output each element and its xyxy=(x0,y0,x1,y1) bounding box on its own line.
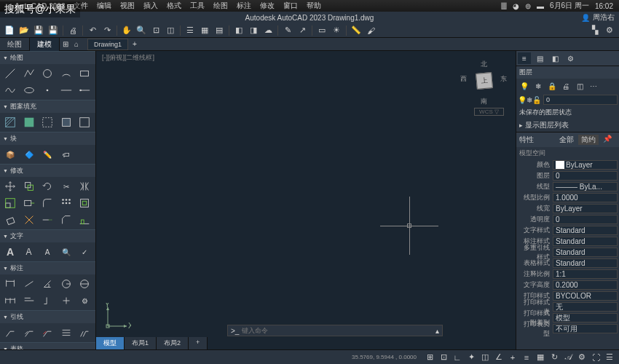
grid-icon[interactable]: ⊞ xyxy=(60,40,71,48)
layer-plot-icon[interactable]: 🖨 xyxy=(559,80,572,92)
open-icon[interactable]: 📂 xyxy=(17,25,31,36)
prop-value[interactable]: ——— ByLa... xyxy=(553,182,618,191)
align-icon[interactable] xyxy=(76,212,93,228)
menu-edit[interactable]: 编辑 xyxy=(97,1,111,11)
props-tab-brief[interactable]: 简约 xyxy=(578,135,599,145)
mleader-icon[interactable] xyxy=(1,325,19,341)
cube-north[interactable]: 北 xyxy=(481,60,487,69)
dim-style-icon[interactable]: ⚙ xyxy=(76,293,93,309)
prop-row-15[interactable]: 打印表类型不可用 xyxy=(516,323,619,334)
ucs-icon[interactable]: X Y xyxy=(102,303,131,333)
layer-state[interactable]: 未保存的图层状态 xyxy=(516,106,619,119)
palette-layers-icon[interactable]: ≡ xyxy=(518,52,531,64)
render-icon[interactable]: ☀ xyxy=(330,25,343,36)
prop-row-1[interactable]: 图层0 xyxy=(516,170,619,181)
redo-icon[interactable]: ↷ xyxy=(100,25,114,36)
plot-icon[interactable]: 🖨 xyxy=(66,25,79,36)
prop-value[interactable]: 无 xyxy=(553,302,618,312)
wechat-icon[interactable]: ◕ xyxy=(513,2,519,10)
leader-remove-icon[interactable] xyxy=(39,325,56,341)
prop-row-8[interactable]: 多重引线样式Standard xyxy=(516,247,619,258)
section-hatch[interactable]: 图案填充 xyxy=(0,100,95,113)
erase-icon[interactable] xyxy=(1,212,19,228)
dim-radius-icon[interactable] xyxy=(58,276,75,292)
spline-icon[interactable] xyxy=(1,82,19,98)
boundary-icon[interactable] xyxy=(39,114,56,130)
cloud-icon[interactable]: ☁ xyxy=(261,25,275,36)
dim-center-icon[interactable] xyxy=(58,293,75,309)
save-icon[interactable]: 💾 xyxy=(32,25,45,36)
design-center-icon[interactable]: ▦ xyxy=(198,25,211,36)
menu-modify[interactable]: 修改 xyxy=(260,1,275,11)
hatch-icon[interactable] xyxy=(1,114,19,130)
menu-view[interactable]: 视图 xyxy=(120,1,135,11)
prop-value[interactable]: 0 xyxy=(553,215,618,224)
prop-value[interactable]: 0.2000 xyxy=(553,280,618,290)
coordinates[interactable]: 35.5769, 9.5944 , 0.0000 xyxy=(352,354,417,360)
show-layer-list[interactable]: ▸ 显示图层列表 xyxy=(516,119,619,132)
text-icon[interactable]: A xyxy=(20,244,38,260)
zoom-window-icon[interactable]: ◫ xyxy=(164,25,177,36)
prop-row-10[interactable]: 注释比例1:1 xyxy=(516,269,619,280)
dim-continue-icon[interactable] xyxy=(1,293,19,309)
cube-east[interactable]: 东 xyxy=(500,74,507,84)
prop-value[interactable]: 0 xyxy=(553,171,618,181)
prop-row-0[interactable]: 颜色ByLayer xyxy=(516,159,619,170)
polyline-icon[interactable] xyxy=(20,66,38,82)
prop-value[interactable]: ByLayer xyxy=(553,204,618,213)
user-name[interactable]: 周浩右 xyxy=(593,12,615,23)
view-cube[interactable]: 北 南 东 西 上 xyxy=(462,58,505,102)
palette-blocks-icon[interactable]: ◧ xyxy=(548,52,561,64)
block-icon[interactable]: ◧ xyxy=(232,25,245,36)
dim-aligned-icon[interactable] xyxy=(20,276,38,292)
wcs-label[interactable]: WCS ▽ xyxy=(474,108,504,116)
layout-icon[interactable]: ▭ xyxy=(315,25,328,36)
explode-icon[interactable] xyxy=(20,212,38,228)
time-label[interactable]: 16:02 xyxy=(595,2,613,10)
prop-value[interactable]: Standard xyxy=(553,237,618,246)
ray-icon[interactable] xyxy=(76,82,93,98)
menu-help[interactable]: 帮助 xyxy=(307,1,321,11)
lineweight-toggle-icon[interactable]: ≡ xyxy=(520,352,533,363)
tab-modelspace[interactable]: 模型 xyxy=(96,337,125,349)
section-text[interactable]: 文字 xyxy=(0,230,95,242)
tab-model[interactable]: 建模 xyxy=(30,38,60,51)
section-table[interactable]: 表格 xyxy=(0,343,95,349)
prop-value[interactable]: 1:1 xyxy=(553,269,618,279)
prop-value[interactable]: BYCOLOR xyxy=(553,291,618,301)
mtext-icon[interactable]: A xyxy=(1,244,19,260)
prop-row-11[interactable]: 文字高度0.2000 xyxy=(516,280,619,290)
menu-format[interactable]: 格式 xyxy=(167,1,181,11)
new-icon[interactable]: 📄 xyxy=(3,25,16,36)
offset-icon[interactable] xyxy=(76,195,93,211)
prop-row-4[interactable]: 线宽ByLayer xyxy=(516,203,619,214)
scale-icon[interactable] xyxy=(1,195,19,211)
view-label[interactable]: [-][俯视][二维线框] xyxy=(102,53,154,63)
wifi-icon[interactable]: ⊚ xyxy=(525,2,531,10)
prop-row-2[interactable]: 线型——— ByLa... xyxy=(516,181,619,192)
prop-value[interactable]: Standard xyxy=(553,226,618,235)
section-dimension[interactable]: 标注 xyxy=(0,262,95,274)
edit-block-icon[interactable]: ✏️ xyxy=(39,146,56,162)
section-modify[interactable]: 修改 xyxy=(0,165,95,177)
arc-icon[interactable] xyxy=(58,66,75,82)
dim-ordinate-icon[interactable] xyxy=(39,293,56,309)
attribute-icon[interactable]: 🏷 xyxy=(58,146,75,162)
dim-baseline-icon[interactable] xyxy=(20,293,38,309)
line-icon[interactable] xyxy=(1,66,19,82)
dyn-toggle-icon[interactable]: + xyxy=(506,352,519,363)
extend-icon[interactable] xyxy=(39,212,56,228)
ortho-toggle-icon[interactable]: ∟ xyxy=(451,352,464,363)
input-icon[interactable]: 🀫 xyxy=(501,1,507,10)
leader-collect-icon[interactable] xyxy=(76,325,93,341)
current-layer-select[interactable]: 0 xyxy=(543,95,618,105)
measure-icon[interactable]: 📏 xyxy=(350,25,363,36)
views-icon[interactable]: ▚ xyxy=(588,25,602,36)
zoom-extents-icon[interactable]: ⊡ xyxy=(149,25,162,36)
insert-block-icon[interactable]: 📦 xyxy=(1,146,19,162)
count-icon[interactable]: ◨ xyxy=(247,25,260,36)
cmdline-input[interactable] xyxy=(242,327,435,334)
workspace-toggle-icon[interactable]: ⚙ xyxy=(575,352,588,363)
leader-align-icon[interactable] xyxy=(58,325,75,341)
prop-value[interactable]: Standard xyxy=(553,248,618,257)
